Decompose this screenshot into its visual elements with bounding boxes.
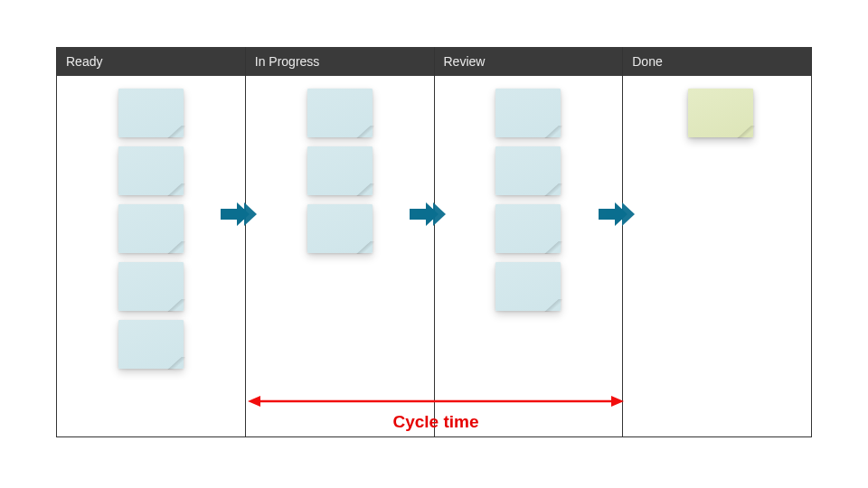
column-header: Ready xyxy=(57,47,245,76)
sticky-note[interactable] xyxy=(495,146,561,195)
sticky-note[interactable] xyxy=(495,89,561,137)
svg-marker-1 xyxy=(248,396,260,407)
sticky-note[interactable] xyxy=(118,146,184,195)
column-title: In Progress xyxy=(255,54,320,69)
sticky-note[interactable] xyxy=(307,89,373,137)
column-header: Done xyxy=(623,47,811,76)
card-stack xyxy=(118,89,184,369)
column-title: Review xyxy=(444,54,486,69)
sticky-note[interactable] xyxy=(495,204,561,253)
column-done: Done xyxy=(622,47,811,437)
card-stack xyxy=(495,89,561,311)
svg-marker-2 xyxy=(611,396,624,407)
kanban-board: Ready In Progress Review xyxy=(56,47,812,437)
card-stack xyxy=(307,89,373,253)
flow-arrow-icon xyxy=(219,202,257,227)
flow-arrow-icon xyxy=(597,202,635,227)
sticky-note[interactable] xyxy=(118,262,184,311)
sticky-note[interactable] xyxy=(118,89,184,137)
sticky-note[interactable] xyxy=(307,204,373,253)
flow-arrow-icon xyxy=(408,202,446,227)
column-review: Review xyxy=(434,47,623,437)
sticky-note[interactable] xyxy=(495,262,561,311)
cycle-time-arrow-icon xyxy=(248,394,624,408)
card-stack xyxy=(688,89,753,137)
column-in-progress: In Progress xyxy=(245,47,434,437)
sticky-note[interactable] xyxy=(307,146,373,195)
cycle-time-label: Cycle time xyxy=(248,412,624,432)
column-ready: Ready xyxy=(56,47,245,437)
column-title: Done xyxy=(632,54,662,69)
column-header: Review xyxy=(435,47,623,76)
sticky-note[interactable] xyxy=(118,204,184,253)
sticky-note[interactable] xyxy=(118,320,184,369)
sticky-note[interactable] xyxy=(688,89,753,137)
column-header: In Progress xyxy=(246,47,434,76)
column-title: Ready xyxy=(66,54,102,69)
